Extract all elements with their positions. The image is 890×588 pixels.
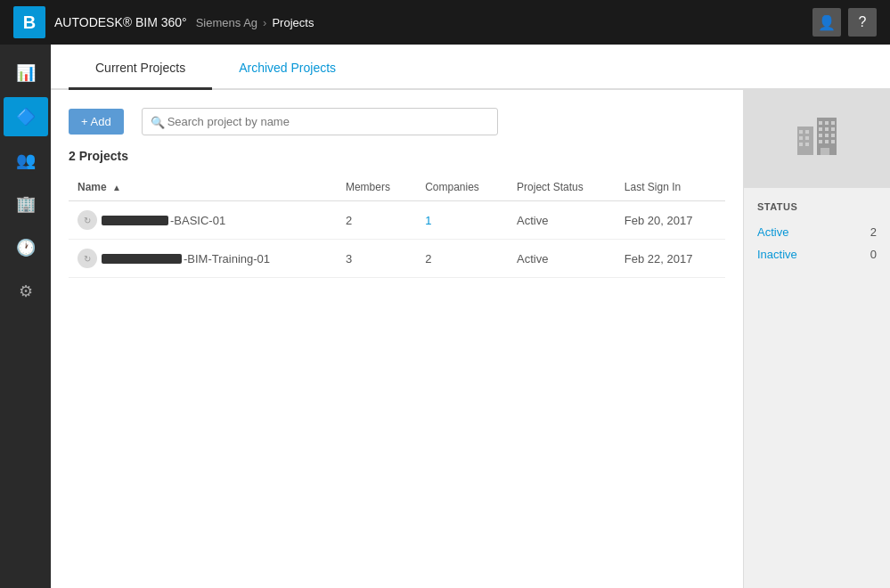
svg-rect-14 — [819, 134, 822, 137]
sidebar-item-projects[interactable]: 🔷 — [4, 97, 48, 136]
search-icon: 🔍 — [151, 115, 165, 128]
sort-arrow: ▲ — [112, 183, 121, 192]
projects-icon: 🔷 — [16, 107, 36, 127]
sidebar-item-companies[interactable]: 🏢 — [4, 184, 48, 224]
col-name[interactable]: Name ▲ — [69, 174, 337, 201]
app-header: B AUTODESK® BIM 360° Siemens Ag › Projec… — [0, 0, 890, 45]
project-last-signin-2: Feb 22, 2017 — [616, 240, 725, 278]
sidebar-item-members[interactable]: 👥 — [4, 141, 48, 180]
main-layout: 📊 🔷 👥 🏢 🕐 ⚙ Current Projects Archived Pr… — [0, 45, 890, 588]
svg-rect-6 — [799, 143, 803, 146]
svg-rect-19 — [831, 140, 835, 143]
tab-current-projects[interactable]: Current Projects — [69, 45, 212, 90]
header-right: 👤 ? — [812, 8, 877, 37]
svg-rect-20 — [821, 148, 829, 155]
status-inactive-count: 0 — [870, 248, 877, 261]
project-members-1: 2 — [337, 201, 416, 240]
project-name-cell-1: ↻ -BASIC-01 — [69, 201, 337, 240]
companies-icon: 🏢 — [16, 194, 36, 214]
right-panel: STATUS Active 2 Inactive 0 — [743, 90, 890, 588]
search-input[interactable] — [142, 108, 498, 135]
members-icon: 👥 — [16, 151, 36, 170]
tabs-bar: Current Projects Archived Projects — [51, 45, 890, 90]
table-row: ↻ -BASIC-01 2 1 — [69, 201, 725, 240]
breadcrumb-arrow: › — [263, 16, 266, 29]
app-name: AUTODESK® BIM 360° — [54, 15, 187, 29]
sidebar-item-activity[interactable]: 🕐 — [4, 228, 48, 267]
sidebar-item-analytics[interactable]: 📊 — [4, 53, 48, 93]
project-main: + Add 🔍 2 Projects N — [51, 90, 743, 588]
status-active-row: Active 2 — [757, 221, 877, 243]
svg-rect-3 — [805, 130, 809, 134]
projects-table: Name ▲ Members Companies Project Status — [69, 174, 725, 278]
table-row: ↻ -BIM-Training-01 3 2 — [69, 240, 725, 278]
project-companies-1: 1 — [416, 201, 508, 240]
svg-rect-11 — [819, 127, 822, 131]
sidebar: 📊 🔷 👥 🏢 🕐 ⚙ — [0, 45, 51, 588]
project-name-redacted-1 — [102, 216, 168, 225]
search-wrap: 🔍 — [142, 108, 498, 135]
main-content: Current Projects Archived Projects + Add… — [51, 45, 890, 588]
header-left: B AUTODESK® BIM 360° Siemens Ag › Projec… — [13, 6, 314, 38]
project-name-cell-2: ↻ -BIM-Training-01 — [69, 240, 337, 278]
status-section: STATUS Active 2 Inactive 0 — [744, 188, 890, 279]
col-last-sign-in[interactable]: Last Sign In — [616, 174, 725, 201]
add-project-button[interactable]: + Add — [69, 109, 124, 135]
project-area: + Add 🔍 2 Projects N — [51, 90, 890, 588]
col-members[interactable]: Members — [337, 174, 416, 201]
settings-icon: ⚙ — [19, 282, 33, 301]
project-icon-2: ↻ — [78, 249, 97, 268]
project-status-2: Active — [508, 240, 616, 278]
svg-rect-5 — [805, 136, 809, 140]
col-companies[interactable]: Companies — [416, 174, 508, 201]
status-active-label[interactable]: Active — [757, 225, 788, 239]
sidebar-item-settings[interactable]: ⚙ — [4, 272, 48, 311]
svg-rect-2 — [799, 130, 803, 134]
project-last-signin-1: Feb 20, 2017 — [616, 201, 725, 240]
svg-rect-7 — [805, 143, 809, 146]
project-count: 2 Projects — [69, 149, 725, 163]
project-icon-1: ↻ — [78, 210, 97, 230]
toolbar: + Add 🔍 — [69, 108, 725, 135]
svg-rect-4 — [799, 136, 803, 140]
svg-rect-15 — [825, 134, 829, 137]
svg-rect-9 — [825, 121, 829, 125]
breadcrumb: Siemens Ag › Projects — [196, 16, 314, 29]
svg-rect-18 — [825, 140, 829, 143]
svg-rect-17 — [819, 140, 822, 143]
project-name-redacted-2 — [102, 254, 182, 264]
svg-rect-16 — [831, 134, 835, 137]
project-thumbnail — [744, 90, 890, 188]
status-title: STATUS — [757, 201, 877, 212]
table-header-row: Name ▲ Members Companies Project Status — [69, 174, 725, 201]
project-companies-2: 2 — [416, 240, 508, 278]
project-members-2: 3 — [337, 240, 416, 278]
analytics-icon: 📊 — [16, 63, 36, 83]
autodesk-logo: B — [13, 6, 45, 38]
building-icon — [790, 109, 844, 170]
status-inactive-row: Inactive 0 — [757, 243, 877, 265]
svg-rect-10 — [831, 121, 835, 125]
tab-archived-projects[interactable]: Archived Projects — [212, 45, 363, 90]
user-profile-button[interactable]: 👤 — [812, 8, 841, 37]
status-active-count: 2 — [870, 225, 877, 239]
status-inactive-label[interactable]: Inactive — [757, 248, 797, 261]
help-button[interactable]: ? — [848, 8, 877, 37]
col-status[interactable]: Project Status — [508, 174, 616, 201]
project-status-1: Active — [508, 201, 616, 240]
svg-rect-13 — [831, 127, 835, 131]
svg-rect-12 — [825, 127, 829, 131]
svg-rect-8 — [819, 121, 822, 125]
activity-icon: 🕐 — [16, 238, 36, 257]
